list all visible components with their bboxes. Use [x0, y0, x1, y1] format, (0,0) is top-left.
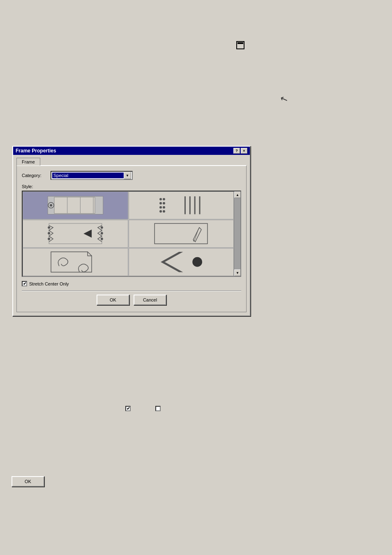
svg-marker-31 — [51, 252, 92, 272]
separator — [22, 290, 241, 291]
close-button[interactable]: × — [241, 148, 247, 154]
svg-point-22 — [48, 238, 50, 240]
bottom-checkbox-left[interactable]: ✔ — [125, 406, 131, 411]
svg-point-11 — [159, 206, 162, 209]
svg-point-12 — [163, 206, 165, 209]
title-bar-buttons: ? × — [233, 148, 247, 154]
maximize-icon — [236, 41, 244, 49]
svg-point-21 — [48, 232, 50, 235]
style-cell-3[interactable] — [23, 220, 128, 248]
scroll-down-button[interactable]: ▼ — [234, 269, 241, 276]
checkmark-icon: ✔ — [23, 281, 26, 286]
style-cell-5[interactable] — [23, 248, 128, 276]
svg-point-6 — [50, 204, 52, 207]
style-label: Style: — [22, 184, 241, 189]
svg-point-24 — [101, 232, 103, 235]
svg-marker-28 — [193, 228, 201, 242]
svg-marker-33 — [161, 252, 183, 272]
bottom-ok-button[interactable]: OK — [12, 476, 44, 487]
svg-point-23 — [101, 226, 103, 229]
svg-point-13 — [159, 210, 162, 213]
svg-point-7 — [159, 198, 162, 200]
dialog-title: Frame Properties — [16, 148, 56, 154]
svg-point-9 — [159, 202, 162, 205]
scroll-track[interactable] — [234, 198, 240, 269]
svg-rect-19 — [49, 223, 102, 244]
category-select-value: Special — [52, 173, 124, 178]
style-grid-scrollbar[interactable]: ▲ ▼ — [234, 191, 240, 276]
tab-frame[interactable]: Frame — [16, 158, 40, 166]
tab-area: Frame — [13, 155, 250, 165]
svg-point-25 — [101, 238, 103, 240]
dialog-content: Category: Special ▼ Style: — [16, 165, 247, 312]
svg-point-14 — [163, 210, 165, 213]
scroll-up-button[interactable]: ▲ — [234, 191, 241, 198]
cursor-arrow-icon: ↖ — [279, 93, 289, 106]
svg-marker-26 — [83, 230, 92, 238]
style-cell-2[interactable] — [129, 191, 234, 219]
help-button[interactable]: ? — [233, 148, 240, 154]
style-cell-4[interactable] — [129, 220, 234, 248]
style-grid — [23, 191, 234, 276]
category-label: Category: — [22, 173, 51, 178]
cancel-button[interactable]: Cancel — [134, 295, 166, 305]
svg-point-8 — [163, 198, 165, 200]
style-cell-1[interactable] — [23, 191, 128, 219]
style-grid-wrapper: ▲ ▼ — [22, 191, 241, 277]
frame-properties-dialog: Frame Properties ? × Frame Category: Spe… — [12, 146, 251, 316]
stretch-center-label: Stretch Center Only — [29, 281, 69, 286]
bottom-ok-label: OK — [25, 479, 31, 484]
dialog-button-row: OK Cancel — [22, 295, 241, 307]
svg-point-10 — [163, 202, 165, 205]
bottom-checkboxes: ✔ — [125, 406, 161, 411]
bottom-checkbox-right[interactable] — [155, 406, 161, 411]
select-arrow-icon[interactable]: ▼ — [124, 172, 131, 179]
dialog-title-bar: Frame Properties ? × — [13, 147, 250, 155]
svg-point-34 — [192, 257, 202, 267]
checkbox-row: ✔ Stretch Center Only — [22, 281, 241, 286]
svg-point-20 — [48, 226, 50, 229]
category-row: Category: Special ▼ — [22, 171, 241, 180]
stretch-center-checkbox[interactable]: ✔ — [22, 281, 27, 286]
bottom-checkmark-left: ✔ — [127, 406, 130, 411]
svg-rect-1 — [54, 197, 95, 214]
svg-line-32 — [88, 252, 92, 256]
style-cell-6[interactable] — [129, 248, 234, 276]
category-select[interactable]: Special ▼ — [51, 171, 133, 180]
ok-button[interactable]: OK — [97, 295, 129, 305]
